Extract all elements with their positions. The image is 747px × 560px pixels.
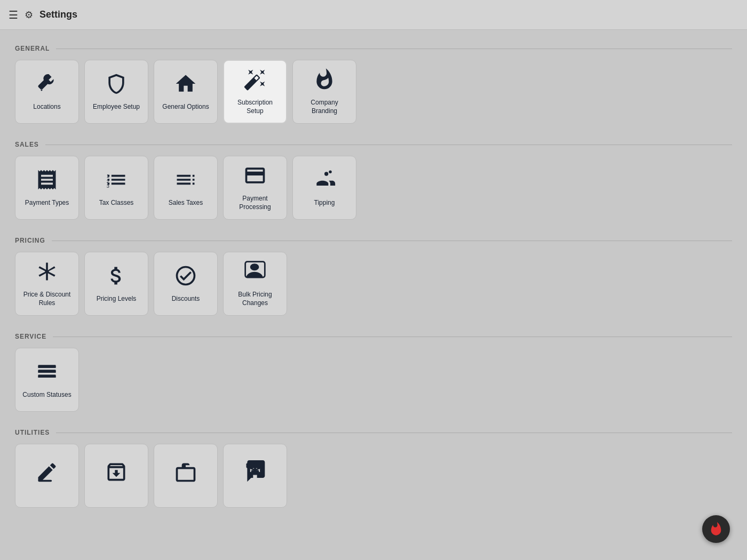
wand-icon	[243, 68, 267, 94]
archive-icon	[105, 460, 128, 487]
section-utilities: UTILITIES	[15, 429, 732, 508]
svg-rect-12	[251, 470, 259, 475]
card-company-branding-label: Company Branding	[298, 99, 351, 115]
section-utilities-header: UTILITIES	[15, 429, 732, 436]
sales-cards-grid: Payment Types 1 2 3 Tax Classes	[15, 156, 732, 220]
card-tipping-label: Tipping	[314, 199, 335, 207]
card-util-briefcase[interactable]	[154, 444, 218, 508]
list-lines-icon	[174, 168, 197, 195]
receipt-icon	[35, 168, 59, 195]
network-icon	[243, 460, 267, 487]
card-general-options[interactable]: General Options	[154, 60, 218, 124]
wrench-icon	[35, 72, 59, 99]
card-locations[interactable]: Locations	[15, 60, 79, 124]
section-general-label: GENERAL	[15, 45, 50, 52]
card-company-branding[interactable]: Company Branding	[292, 60, 356, 124]
section-utilities-line	[56, 433, 732, 433]
briefcase-icon	[174, 460, 197, 487]
flame-icon	[313, 68, 336, 94]
svg-rect-6	[38, 365, 56, 368]
card-locations-label: Locations	[33, 103, 60, 111]
money-bill-icon	[243, 260, 267, 286]
card-bulk-pricing-changes[interactable]: Bulk Pricing Changes	[223, 252, 287, 316]
section-pricing: PRICING Price & Discount Rules Pricing	[15, 237, 732, 316]
general-cards-grid: Locations Employee Setup General Options	[15, 60, 732, 124]
house-icon	[174, 72, 197, 99]
card-payment-processing-label: Payment Processing	[229, 195, 281, 211]
pricing-cards-grid: Price & Discount Rules Pricing Levels Di…	[15, 252, 732, 316]
section-pricing-label: PRICING	[15, 237, 45, 244]
card-subscription-setup-label: Subscription Setup	[229, 99, 281, 115]
card-payment-types[interactable]: Payment Types	[15, 156, 79, 220]
section-utilities-label: UTILITIES	[15, 429, 50, 436]
section-sales-header: SALES	[15, 141, 732, 148]
section-pricing-line	[52, 241, 732, 241]
svg-point-4	[329, 171, 332, 174]
service-cards-grid: Custom Statuses	[15, 348, 732, 412]
svg-rect-7	[38, 370, 56, 373]
edit-icon	[35, 460, 59, 487]
shield-icon	[105, 72, 128, 99]
main-content: GENERAL Locations Employee Setup	[0, 30, 747, 540]
fab-button[interactable]	[702, 515, 730, 543]
section-sales: SALES Payment Types 1 2 3	[15, 141, 732, 220]
tipping-icon	[313, 168, 336, 195]
card-util-network[interactable]	[223, 444, 287, 508]
list-123-icon: 1 2 3	[105, 168, 128, 195]
card-payment-processing[interactable]: Payment Processing	[223, 156, 287, 220]
card-price-discount-rules-label: Price & Discount Rules	[21, 291, 73, 307]
svg-rect-11	[256, 463, 264, 468]
utilities-cards-grid	[15, 444, 732, 508]
card-bulk-pricing-changes-label: Bulk Pricing Changes	[229, 291, 281, 307]
hamburger-icon[interactable]: ☰	[9, 9, 18, 21]
section-service-label: SERVICE	[15, 333, 46, 340]
card-custom-statuses-label: Custom Statuses	[22, 391, 71, 399]
card-pricing-levels-label: Pricing Levels	[97, 295, 137, 303]
check-circle-icon	[174, 264, 197, 291]
dollar-icon	[105, 264, 128, 291]
section-general: GENERAL Locations Employee Setup	[15, 45, 732, 124]
section-service: SERVICE Custom Statuses	[15, 333, 732, 412]
card-general-options-label: General Options	[162, 103, 209, 111]
card-sales-taxes-label: Sales Taxes	[169, 199, 203, 207]
svg-rect-10	[247, 463, 255, 468]
card-employee-setup-label: Employee Setup	[93, 103, 140, 111]
card-util-edit[interactable]	[15, 444, 79, 508]
card-discounts-label: Discounts	[172, 295, 200, 303]
card-tax-classes[interactable]: 1 2 3 Tax Classes	[84, 156, 148, 220]
section-pricing-header: PRICING	[15, 237, 732, 244]
section-general-line	[56, 49, 732, 49]
section-general-header: GENERAL	[15, 45, 732, 52]
section-sales-line	[45, 145, 732, 145]
card-util-archive[interactable]	[84, 444, 148, 508]
card-tax-classes-label: Tax Classes	[99, 199, 134, 207]
card-pricing-levels[interactable]: Pricing Levels	[84, 252, 148, 316]
svg-rect-8	[38, 375, 56, 378]
card-sales-taxes[interactable]: Sales Taxes	[154, 156, 218, 220]
flame-fab-icon	[709, 522, 724, 537]
svg-point-3	[324, 172, 328, 176]
section-service-line	[53, 337, 732, 337]
card-custom-statuses[interactable]: Custom Statuses	[15, 348, 79, 412]
credit-card-icon	[243, 164, 267, 190]
svg-text:3: 3	[107, 183, 109, 189]
header: ☰ ⚙ Settings	[0, 0, 747, 30]
custom-statuses-icon	[35, 360, 59, 387]
card-payment-types-label: Payment Types	[25, 199, 69, 207]
card-tipping[interactable]: Tipping	[292, 156, 356, 220]
section-service-header: SERVICE	[15, 333, 732, 340]
svg-rect-9	[38, 480, 52, 482]
header-title: Settings	[39, 9, 77, 20]
card-discounts[interactable]: Discounts	[154, 252, 218, 316]
gear-icon: ⚙	[25, 9, 33, 21]
card-subscription-setup[interactable]: Subscription Setup	[223, 60, 287, 124]
asterisk-icon	[35, 260, 59, 286]
card-price-discount-rules[interactable]: Price & Discount Rules	[15, 252, 79, 316]
section-sales-label: SALES	[15, 141, 39, 148]
card-employee-setup[interactable]: Employee Setup	[84, 60, 148, 124]
